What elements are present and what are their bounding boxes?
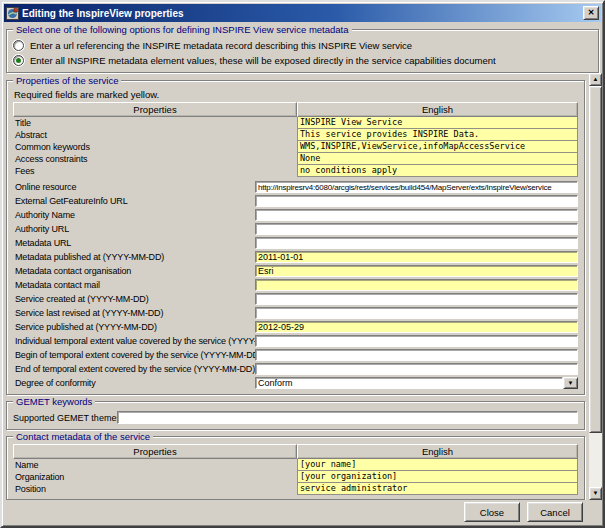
- property-value-cell[interactable]: [your organization]: [297, 471, 578, 483]
- close-icon[interactable]: ✕: [583, 6, 599, 20]
- property-row: External GetFeatureInfo URL: [13, 194, 578, 208]
- property-row: TitleINSPIRE View Service: [13, 117, 578, 129]
- property-select[interactable]: [255, 377, 563, 389]
- property-label: Access constraints: [13, 153, 297, 165]
- property-input[interactable]: [255, 363, 578, 375]
- property-value-cell[interactable]: [your name]: [297, 459, 578, 471]
- property-value: [255, 279, 578, 291]
- contact-rows: Name[your name]Organization[your organiz…: [13, 459, 578, 495]
- property-value-cell[interactable]: This service provides INSPIRE Data.: [297, 129, 578, 141]
- option-metadata-values[interactable]: Enter all INSPIRE metadata element value…: [13, 53, 592, 68]
- property-label: Metadata URL: [13, 238, 255, 248]
- property-row: Service last revised at (YYYY-MM-DD): [13, 306, 578, 320]
- scroll-up-icon[interactable]: ▲: [589, 73, 602, 86]
- property-value-cell[interactable]: no conditions apply: [297, 165, 578, 177]
- column-header-properties: Properties: [13, 444, 297, 459]
- property-value: [255, 265, 578, 277]
- property-input[interactable]: [255, 237, 578, 249]
- property-value: ▼: [255, 377, 578, 389]
- property-label: Common keywords: [13, 141, 297, 153]
- property-value-cell[interactable]: WMS,INSPIRE,ViewService,infoMapAccessSer…: [297, 141, 578, 153]
- property-label: Authority URL: [13, 224, 255, 234]
- scrollbar-thumb[interactable]: [589, 86, 602, 433]
- close-button[interactable]: Close: [464, 502, 520, 522]
- titlebar: Editing the InspireView properties ✕: [4, 4, 601, 22]
- property-label: External GetFeatureInfo URL: [13, 196, 255, 206]
- property-value: service administrator: [297, 483, 578, 495]
- property-label: End of temporal extent covered by the se…: [13, 364, 255, 374]
- gemet-themes-row: Supported GEMET themes: [13, 410, 578, 425]
- scroll-down-icon[interactable]: ▼: [589, 487, 602, 500]
- property-input[interactable]: [255, 181, 578, 193]
- property-input[interactable]: [255, 195, 578, 207]
- property-row: Begin of temporal extent covered by the …: [13, 348, 578, 362]
- property-row: Authority Name: [13, 208, 578, 222]
- property-label: Degree of conformity: [13, 378, 255, 388]
- property-input[interactable]: [255, 293, 578, 305]
- contact-metadata-group-title: Contact metadata of the service: [13, 431, 153, 442]
- property-input[interactable]: [255, 307, 578, 319]
- column-header-properties: Properties: [13, 102, 297, 117]
- required-fields-note: Required fields are marked yellow.: [14, 89, 578, 101]
- contact-metadata-group: Contact metadata of the service Properti…: [6, 436, 585, 500]
- window-title: Editing the InspireView properties: [22, 8, 184, 19]
- property-input[interactable]: [255, 209, 578, 221]
- property-input[interactable]: [255, 223, 578, 235]
- property-value-cell[interactable]: None: [297, 153, 578, 165]
- property-value: [your name]: [297, 459, 578, 471]
- property-value: [255, 335, 578, 347]
- property-value: [255, 349, 578, 361]
- property-value: [255, 237, 578, 249]
- property-input[interactable]: [255, 265, 578, 277]
- radio-button[interactable]: [13, 40, 24, 51]
- property-input[interactable]: [255, 251, 578, 263]
- property-row: Feesno conditions apply: [13, 165, 578, 177]
- chevron-down-icon[interactable]: ▼: [563, 377, 578, 389]
- properties-rows: TitleINSPIRE View ServiceAbstractThis se…: [13, 117, 578, 390]
- cancel-button[interactable]: Cancel: [527, 502, 583, 522]
- property-value: [255, 195, 578, 207]
- property-value-cell[interactable]: INSPIRE View Service: [297, 117, 578, 129]
- options-group-title: Select one of the following options for …: [13, 24, 352, 35]
- property-label: Service created at (YYYY-MM-DD): [13, 294, 255, 304]
- property-label: Metadata contact organisation: [13, 266, 255, 276]
- property-value: This service provides INSPIRE Data.: [297, 129, 578, 141]
- property-label: Organization: [13, 471, 297, 483]
- gemet-keywords-group-title: GEMET keywords: [13, 396, 95, 407]
- property-value: [255, 209, 578, 221]
- inspireview-properties-dialog: Editing the InspireView properties ✕ Sel…: [0, 0, 605, 528]
- property-row: Individual temporal extent value covered…: [13, 334, 578, 348]
- contact-table-header: Properties English: [13, 444, 578, 459]
- property-row: Online resource: [13, 180, 578, 194]
- property-value: [255, 321, 578, 333]
- property-label: Metadata published at (YYYY-MM-DD): [13, 252, 255, 262]
- property-value: [255, 293, 578, 305]
- gemet-themes-input[interactable]: [117, 411, 578, 424]
- property-label: Online resource: [13, 182, 255, 192]
- property-input[interactable]: [255, 335, 578, 347]
- property-row: Positionservice administrator: [13, 483, 578, 495]
- property-label: Authority Name: [13, 210, 255, 220]
- dialog-footer: Close Cancel: [2, 500, 603, 526]
- app-icon: [6, 7, 19, 20]
- metadata-options-group: Select one of the following options for …: [6, 29, 599, 73]
- property-value: None: [297, 153, 578, 165]
- property-input[interactable]: [255, 279, 578, 291]
- property-label: Begin of temporal extent covered by the …: [13, 350, 255, 360]
- option-metadata-url[interactable]: Enter a url referencing the INSPIRE meta…: [13, 38, 592, 53]
- property-label: Service published at (YYYY-MM-DD): [13, 322, 255, 332]
- property-input[interactable]: [255, 321, 578, 333]
- service-properties-group: Properties of the service Required field…: [6, 80, 585, 395]
- property-row: Name[your name]: [13, 459, 578, 471]
- property-row: Service created at (YYYY-MM-DD): [13, 292, 578, 306]
- property-row: Access constraintsNone: [13, 153, 578, 165]
- column-header-english: English: [297, 102, 578, 117]
- property-input[interactable]: [255, 349, 578, 361]
- property-row: Common keywordsWMS,INSPIRE,ViewService,i…: [13, 141, 578, 153]
- property-label: Position: [13, 483, 297, 495]
- vertical-scrollbar[interactable]: ▲ ▼: [589, 73, 602, 500]
- property-row: End of temporal extent covered by the se…: [13, 362, 578, 376]
- property-value-cell[interactable]: service administrator: [297, 483, 578, 495]
- property-value: [255, 307, 578, 319]
- radio-button[interactable]: [13, 55, 24, 66]
